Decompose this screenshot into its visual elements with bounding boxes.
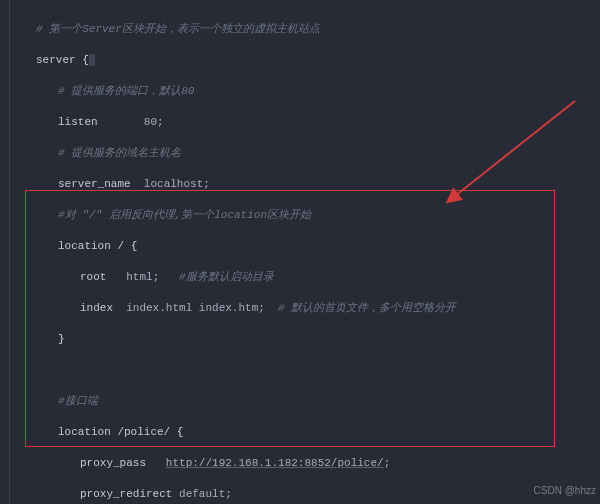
comment: # 提供服务的端口，默认80 (58, 85, 194, 97)
brace-open: { (177, 426, 184, 438)
directive-location-root: location / (58, 240, 131, 252)
directive-listen: listen (58, 116, 98, 128)
directive-location-police: location /police/ (58, 426, 177, 438)
comment: #对 "/" 启用反向代理,第一个location区块开始 (58, 209, 311, 221)
value-root: html (126, 271, 152, 283)
value-port: 80 (144, 116, 157, 128)
url-police: http://192.168.1.182:8852/police/ (166, 457, 384, 469)
directive-server-name: server_name (58, 178, 131, 190)
comment: # 提供服务的域名主机名 (58, 147, 181, 159)
comment: #服务默认启动目录 (179, 271, 274, 283)
directive-proxy-redirect: proxy_redirect (80, 488, 172, 500)
comment: # 默认的首页文件，多个用空格分开 (278, 302, 456, 314)
directive-index: index (80, 302, 113, 314)
watermark: CSDN @hhzz (534, 483, 596, 499)
value-hostname: localhost (144, 178, 203, 190)
directive-proxy-pass: proxy_pass (80, 457, 146, 469)
directive-root: root (80, 271, 106, 283)
brace-open: { (131, 240, 138, 252)
brace-close: } (58, 333, 65, 345)
comment: #接口端 (58, 395, 98, 407)
brace-open: { (82, 54, 89, 66)
comment: # 第一个Server区块开始，表示一个独立的虚拟主机站点 (36, 23, 320, 35)
directive-server: server (36, 54, 76, 66)
value-index: index.html index.htm (126, 302, 258, 314)
value: default (179, 488, 225, 500)
code-editor[interactable]: # 第一个Server区块开始，表示一个独立的虚拟主机站点 server { #… (0, 0, 600, 504)
